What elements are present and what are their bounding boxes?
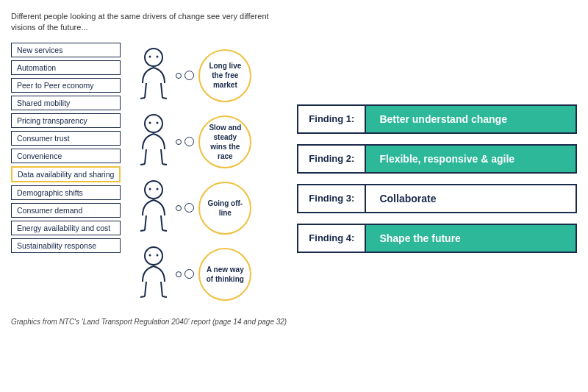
label-item: Automation <box>11 60 121 75</box>
finding-label: Finding 4: <box>298 225 366 252</box>
svg-line-17 <box>145 215 146 230</box>
figure-row: A new way of thinking <box>132 241 286 307</box>
finding-label: Finding 3: <box>298 185 366 212</box>
person-icon <box>132 175 176 241</box>
svg-point-22 <box>149 254 151 256</box>
svg-point-9 <box>157 121 159 124</box>
finding-value: Collaborate <box>366 185 576 212</box>
thought-dots <box>176 71 194 80</box>
svg-line-24 <box>145 282 146 296</box>
svg-point-15 <box>149 188 151 190</box>
thought-circle: A new way of thinking <box>198 248 251 301</box>
label-item: Consumer trust <box>11 131 121 146</box>
figure-row: Long live the free market <box>132 43 286 109</box>
person-icon <box>132 241 176 307</box>
thought-dot-small <box>176 73 182 79</box>
findings-column: Finding 1:Better understand changeFindin… <box>297 43 577 307</box>
label-item: Energy availability and cost <box>11 221 121 235</box>
svg-point-21 <box>145 247 162 265</box>
person-icon <box>132 43 176 109</box>
svg-line-5 <box>140 98 145 99</box>
thought-dot-small <box>176 205 182 211</box>
finding-row: Finding 1:Better understand change <box>297 104 577 134</box>
figure-row: Slow and steady wins the race <box>132 109 286 175</box>
finding-value: Flexible, responsive & agile <box>366 146 576 172</box>
thought-dot-medium <box>184 71 194 80</box>
svg-point-7 <box>145 115 162 132</box>
thought-circle: Slow and steady wins the race <box>198 115 251 168</box>
labels-column: New servicesAutomationPeer to Peer econo… <box>11 43 121 307</box>
figure-row: Going off-line <box>132 175 286 241</box>
svg-point-2 <box>157 55 159 57</box>
svg-line-18 <box>161 215 162 230</box>
svg-line-6 <box>162 98 167 99</box>
finding-value: Shape the future <box>366 225 576 252</box>
finding-label: Finding 1: <box>298 106 366 132</box>
label-item: Consumer demand <box>11 203 121 218</box>
label-item: Sustainability response <box>11 238 121 253</box>
svg-line-10 <box>145 149 146 164</box>
thought-area: Slow and steady wins the race <box>176 115 286 168</box>
svg-point-14 <box>145 181 162 199</box>
finding-row: Finding 3:Collaborate <box>297 184 577 213</box>
label-item: Shared mobility <box>11 96 121 110</box>
figures-column: Long live the free market Slow and stead… <box>128 43 290 307</box>
thought-dots <box>176 137 194 146</box>
svg-line-11 <box>161 149 162 164</box>
person-icon <box>132 109 176 175</box>
svg-line-13 <box>162 164 167 165</box>
label-item: Demographic shifts <box>11 185 121 200</box>
thought-dot-medium <box>184 203 194 213</box>
svg-line-27 <box>162 296 167 297</box>
svg-point-16 <box>157 188 159 190</box>
label-item: Pricing transparency <box>11 113 121 128</box>
header-line2: visions of the future... <box>11 23 88 32</box>
svg-line-3 <box>145 83 146 98</box>
thought-area: A new way of thinking <box>176 248 286 301</box>
finding-value: Better understand change <box>366 106 576 132</box>
thought-circle: Long live the free market <box>198 49 251 102</box>
thought-area: Going off-line <box>176 182 286 235</box>
thought-dot-small <box>176 271 182 277</box>
thought-dot-small <box>176 139 182 145</box>
svg-line-26 <box>140 296 145 297</box>
thought-dot-medium <box>184 137 194 146</box>
svg-point-1 <box>149 55 151 57</box>
label-item: Peer to Peer economy <box>11 78 121 93</box>
finding-row: Finding 4:Shape the future <box>297 224 577 253</box>
finding-row: Finding 2:Flexible, responsive & agile <box>297 144 577 174</box>
svg-point-0 <box>145 49 162 66</box>
svg-line-25 <box>161 282 162 296</box>
svg-line-19 <box>140 230 145 231</box>
thought-circle: Going off-line <box>198 182 251 235</box>
svg-line-12 <box>140 164 145 165</box>
header-text: Different people looking at the same dri… <box>11 11 290 34</box>
thought-area: Long live the free market <box>176 49 286 102</box>
finding-label: Finding 2: <box>298 146 366 172</box>
label-item: New services <box>11 43 121 57</box>
thought-dots <box>176 203 194 213</box>
label-item: Convenience <box>11 149 121 163</box>
footer: Graphics from NTC's 'Land Transport Regu… <box>11 318 577 326</box>
label-item: Data availability and sharing <box>11 166 121 182</box>
svg-point-23 <box>157 254 159 256</box>
svg-line-4 <box>161 83 162 98</box>
svg-line-20 <box>162 230 167 231</box>
thought-dots <box>176 269 194 279</box>
thought-dot-medium <box>184 269 194 279</box>
header-line1: Different people looking at the same dri… <box>11 12 269 21</box>
svg-point-8 <box>149 121 151 124</box>
